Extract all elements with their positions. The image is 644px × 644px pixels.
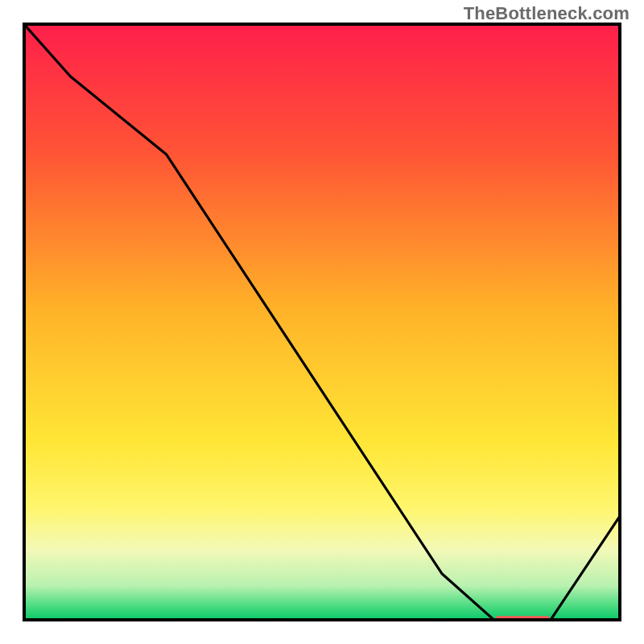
chart-container: TheBottleneck.com xyxy=(0,0,644,644)
chart-plot xyxy=(23,23,621,621)
gradient-background xyxy=(23,23,621,621)
chart-svg xyxy=(23,23,621,621)
watermark-label: TheBottleneck.com xyxy=(464,3,630,24)
